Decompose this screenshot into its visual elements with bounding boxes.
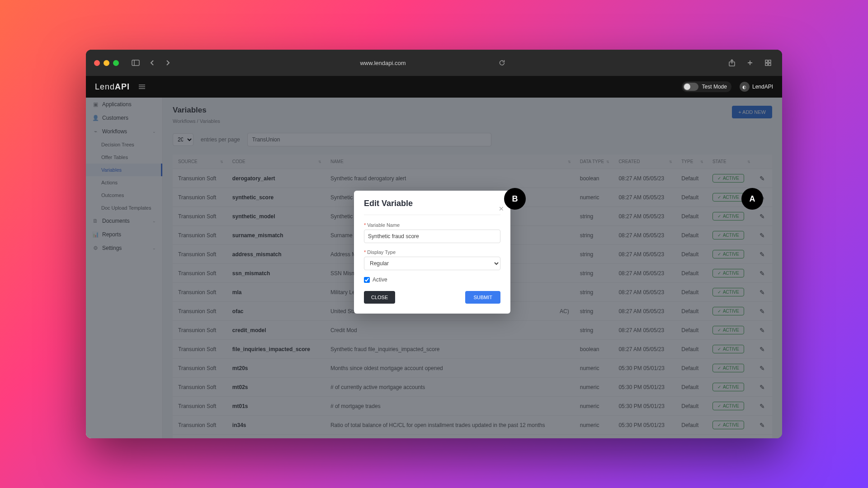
column-header[interactable]: SOURCE⇅ bbox=[173, 155, 227, 169]
reload-icon[interactable] bbox=[496, 57, 508, 69]
cell-state: ACTIVE bbox=[707, 378, 754, 397]
status-badge: ACTIVE bbox=[712, 193, 744, 202]
search-input[interactable] bbox=[247, 133, 491, 146]
sidebar-item-offer-tables[interactable]: Offer Tables bbox=[86, 151, 162, 164]
cell-source: Transunion Soft bbox=[173, 359, 227, 378]
sidebar-item-doc-upload-templates[interactable]: Doc Upload Templates bbox=[86, 202, 162, 214]
cell-created: 08:27 AM 05/05/23 bbox=[613, 207, 676, 226]
table-row: Transunion Soft derogatory_alert Synthet… bbox=[173, 169, 772, 188]
column-header[interactable]: NAME⇅ bbox=[325, 155, 575, 169]
close-window-icon[interactable] bbox=[94, 60, 100, 66]
cell-state: ACTIVE bbox=[707, 340, 754, 359]
edit-icon[interactable]: ✎ bbox=[760, 365, 765, 372]
column-header[interactable]: TYPE⇅ bbox=[676, 155, 707, 169]
close-button[interactable]: CLOSE bbox=[364, 291, 395, 304]
app-body: ▣Applications👤Customers⌁Workflows⌄Decisi… bbox=[86, 98, 782, 438]
sidebar-item-documents[interactable]: 🗎Documents⌄ bbox=[86, 214, 162, 228]
column-header[interactable] bbox=[754, 155, 772, 169]
user-avatar-icon[interactable]: ◐ bbox=[740, 82, 750, 92]
table-row: Transunion Soft mt20s Months since oldes… bbox=[173, 359, 772, 378]
status-badge: ACTIVE bbox=[712, 345, 744, 353]
edit-icon[interactable]: ✎ bbox=[760, 308, 765, 315]
edit-icon[interactable]: ✎ bbox=[760, 384, 765, 391]
edit-icon[interactable]: ✎ bbox=[760, 289, 765, 296]
cell-type: Default bbox=[676, 340, 707, 359]
nav-back-icon[interactable] bbox=[146, 57, 158, 69]
cell-state: ACTIVE bbox=[707, 321, 754, 340]
sidebar-item-outcomes[interactable]: Outcomes bbox=[86, 189, 162, 202]
sidebar-item-variables[interactable]: Variables bbox=[86, 164, 162, 176]
cell-type: Default bbox=[676, 321, 707, 340]
cell-actions: ✎ bbox=[754, 207, 772, 226]
maximize-window-icon[interactable] bbox=[113, 60, 119, 66]
cell-datatype: string bbox=[575, 245, 613, 264]
cell-code: ofac bbox=[227, 302, 325, 321]
sidebar: ▣Applications👤Customers⌁Workflows⌄Decisi… bbox=[86, 98, 163, 438]
status-badge: ACTIVE bbox=[712, 402, 744, 410]
cell-source: Transunion Soft bbox=[173, 416, 227, 435]
display-type-select[interactable]: Regular bbox=[364, 257, 500, 270]
sidebar-item-applications[interactable]: ▣Applications bbox=[86, 98, 162, 111]
edit-icon[interactable]: ✎ bbox=[760, 213, 765, 220]
collapse-sidebar-icon[interactable] bbox=[136, 81, 148, 93]
sidebar-item-workflows[interactable]: ⌁Workflows⌄ bbox=[86, 125, 162, 138]
cell-code: synthetic_score bbox=[227, 188, 325, 207]
edit-icon[interactable]: ✎ bbox=[760, 270, 765, 277]
column-header[interactable]: STATE⇅ bbox=[707, 155, 754, 169]
cell-state: ACTIVE bbox=[707, 283, 754, 302]
edit-icon[interactable]: ✎ bbox=[760, 346, 765, 353]
edit-icon[interactable]: ✎ bbox=[760, 327, 765, 334]
sidebar-item-decision-trees[interactable]: Decision Trees bbox=[86, 138, 162, 151]
edit-icon[interactable]: ✎ bbox=[760, 175, 765, 182]
breadcrumb: Workflows / Variables bbox=[173, 118, 220, 124]
sidebar-item-settings[interactable]: ⚙Settings⌄ bbox=[86, 241, 162, 255]
active-label: Active bbox=[373, 277, 387, 283]
status-badge: ACTIVE bbox=[712, 364, 744, 372]
cell-actions: ✎ bbox=[754, 397, 772, 416]
column-header[interactable]: CREATED⇅ bbox=[613, 155, 676, 169]
test-mode-label: Test Mode bbox=[702, 84, 727, 90]
edit-icon[interactable]: ✎ bbox=[760, 251, 765, 258]
sidebar-toggle-icon[interactable] bbox=[130, 57, 142, 69]
cell-source: Transunion Soft bbox=[173, 302, 227, 321]
cell-code: mt02s bbox=[227, 378, 325, 397]
sidebar-item-actions[interactable]: Actions bbox=[86, 176, 162, 189]
cell-state: ACTIVE bbox=[707, 245, 754, 264]
cell-created: 08:27 AM 05/05/23 bbox=[613, 264, 676, 283]
test-mode-toggle[interactable] bbox=[683, 83, 698, 91]
status-badge: ACTIVE bbox=[712, 326, 744, 334]
cell-name: Ratio of total balance of HC/CL for open… bbox=[325, 416, 575, 435]
breadcrumb-parent[interactable]: Workflows bbox=[173, 118, 196, 124]
sidebar-icon: 🗎 bbox=[92, 218, 99, 224]
url-text[interactable]: www.lendapi.com bbox=[360, 60, 406, 66]
cell-type: Default bbox=[676, 169, 707, 188]
cell-created: 08:27 AM 05/05/23 bbox=[613, 321, 676, 340]
edit-icon[interactable]: ✎ bbox=[760, 403, 765, 410]
active-checkbox[interactable] bbox=[364, 277, 370, 283]
sidebar-item-customers[interactable]: 👤Customers bbox=[86, 111, 162, 125]
edit-icon[interactable]: ✎ bbox=[760, 422, 765, 429]
add-new-button[interactable]: + ADD NEW bbox=[732, 106, 772, 118]
share-icon[interactable] bbox=[726, 57, 738, 69]
entries-per-page-select[interactable]: 20 bbox=[173, 133, 193, 146]
variable-name-input[interactable] bbox=[364, 230, 500, 243]
cell-datatype: string bbox=[575, 283, 613, 302]
sort-icon: ⇅ bbox=[318, 160, 321, 164]
modal-close-icon[interactable]: ✕ bbox=[499, 205, 504, 212]
svg-rect-6 bbox=[769, 63, 771, 66]
column-header[interactable]: CODE⇅ bbox=[227, 155, 325, 169]
new-tab-icon[interactable] bbox=[744, 57, 756, 69]
nav-forward-icon[interactable] bbox=[162, 57, 174, 69]
sort-icon: ⇅ bbox=[606, 160, 609, 164]
column-header[interactable]: DATA TYPE⇅ bbox=[575, 155, 613, 169]
tab-grid-icon[interactable] bbox=[762, 57, 774, 69]
submit-button[interactable]: SUBMIT bbox=[465, 291, 500, 304]
cell-source: Transunion Soft bbox=[173, 226, 227, 245]
cell-datatype: string bbox=[575, 226, 613, 245]
minimize-window-icon[interactable] bbox=[104, 60, 109, 66]
cell-actions: ✎ bbox=[754, 283, 772, 302]
cell-code: mt01s bbox=[227, 397, 325, 416]
cell-code: in34s bbox=[227, 416, 325, 435]
edit-icon[interactable]: ✎ bbox=[760, 232, 765, 239]
sidebar-item-reports[interactable]: 📊Reports bbox=[86, 228, 162, 241]
